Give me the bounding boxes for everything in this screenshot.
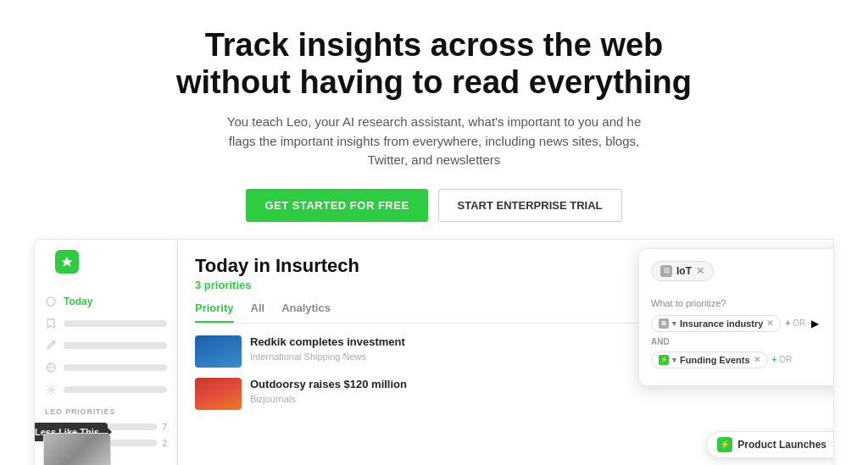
globe-icon (45, 362, 57, 374)
sidebar-item-placeholder (64, 386, 167, 393)
sidebar-item-placeholder (64, 364, 167, 371)
thumb-bg-blue (195, 335, 242, 368)
what-to-prioritize-label: What to prioritize? (651, 298, 834, 308)
bookmark-icon (45, 318, 57, 329)
add-or-funding[interactable]: + OR (772, 355, 793, 364)
funding-icon: ⚡ (659, 355, 669, 365)
and-separator: AND (651, 337, 834, 346)
iot-icon: ⊡ (660, 265, 672, 277)
funding-priority-row: ⚡ ▾ Funding Events ✕ + OR (651, 352, 834, 368)
pencil-icon (45, 340, 57, 352)
svg-point-0 (47, 297, 55, 306)
hero-subtitle: You teach Leo, your AI research assistan… (214, 113, 654, 170)
insurance-close-button[interactable]: ✕ (766, 318, 773, 328)
sidebar-item-placeholder (64, 342, 167, 349)
svg-point-2 (49, 388, 53, 391)
tab-priority[interactable]: Priority (195, 302, 234, 323)
main-content-panel: Today in Insurtech 3 priorities Priority… (178, 239, 834, 465)
thumbnail-image-bg (44, 434, 110, 465)
priority-panel: ⊡ IoT ✕ What to prioritize? ⊞ ▾ Insuranc… (638, 248, 834, 386)
lightning-icon: ⚡ (717, 437, 732, 452)
article-thumbnail-2 (195, 378, 242, 410)
tab-analytics[interactable]: Analytics (281, 302, 331, 323)
sidebar-settings[interactable] (35, 379, 177, 401)
funding-close-button[interactable]: ✕ (754, 355, 760, 364)
enterprise-trial-button[interactable]: START ENTERPRISE TRIAL (438, 189, 622, 222)
sidebar-today-item[interactable]: Today (35, 291, 177, 313)
settings-icon (45, 384, 57, 396)
today-icon (45, 296, 57, 307)
sidebar-pencil[interactable] (35, 335, 177, 357)
get-started-button[interactable]: GET STARTED FOR FREE (246, 189, 427, 222)
insurance-industry-tag[interactable]: ⊞ ▾ Insurance industry ✕ (651, 315, 781, 332)
industry-icon: ⊞ (659, 318, 669, 329)
sidebar-leo-priorities-label: LEO PRIORITIES (35, 401, 177, 419)
thumb-bg-red (195, 378, 242, 410)
hero-buttons: GET STARTED FOR FREE START ENTERPRISE TR… (17, 189, 851, 222)
tab-all[interactable]: All (251, 302, 265, 323)
product-launches-tag[interactable]: ⚡ Product Launches ✕ (706, 431, 834, 458)
funding-events-tag[interactable]: ⚡ ▾ Funding Events ✕ (651, 352, 768, 368)
iot-tag[interactable]: ⊡ IoT ✕ (651, 261, 714, 281)
article-thumbnail (43, 433, 111, 465)
hero-title: Track insights across the web without ha… (146, 27, 722, 101)
insurance-priority-row: ⊞ ▾ Insurance industry ✕ + OR ▶ (651, 315, 834, 332)
sidebar-panel: Today (34, 239, 178, 465)
sidebar-globe[interactable] (35, 357, 177, 379)
sidebar-bookmark[interactable] (35, 313, 177, 335)
article-thumbnail-1 (195, 335, 242, 368)
sidebar-logo (55, 250, 79, 274)
article-source-2: Bizjournals (250, 394, 816, 404)
dashboard-preview: Today (34, 239, 834, 465)
iot-close-button[interactable]: ✕ (696, 265, 704, 277)
sidebar-item-placeholder (64, 320, 167, 327)
product-launches-close[interactable]: ✕ (832, 439, 834, 450)
cursor-indicator: ▶ (811, 318, 819, 329)
add-or-insurance[interactable]: + OR (785, 318, 805, 328)
hero-section: Track insights across the web without ha… (0, 0, 868, 239)
